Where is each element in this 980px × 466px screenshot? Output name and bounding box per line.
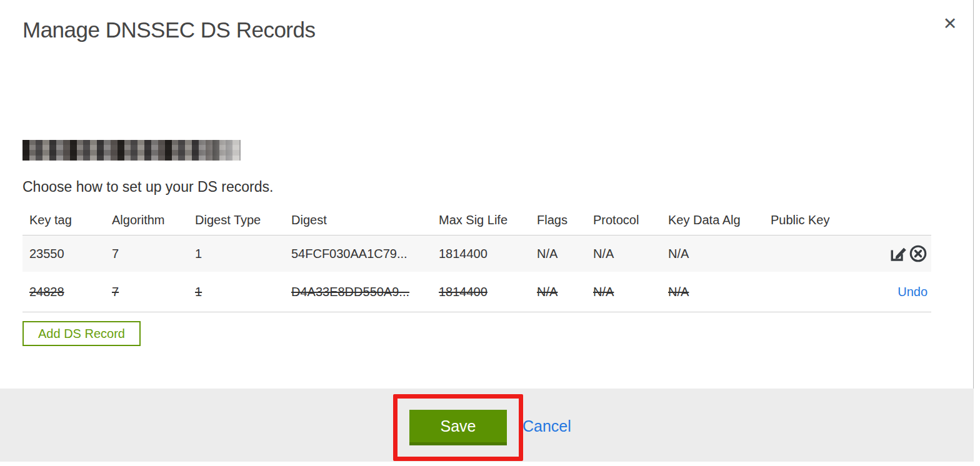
cell-digest: 54FCF030AA1C79... — [291, 247, 408, 260]
cell-key-tag: 23550 — [29, 247, 64, 260]
instruction-text: Choose how to set up your DS records. — [22, 179, 273, 196]
edit-icon[interactable] — [888, 244, 908, 264]
col-header-flags: Flags — [530, 213, 586, 227]
cell-protocol: N/A — [593, 247, 614, 260]
table-header-row: Key tag Algorithm Digest Type Digest Max… — [22, 205, 931, 235]
add-ds-record-label: Add DS Record — [38, 327, 125, 341]
col-header-digest-type: Digest Type — [188, 213, 284, 227]
cell-digest-type: 1 — [195, 285, 202, 299]
cell-algorithm: 7 — [112, 247, 119, 260]
table-row-deleted: 24828 7 1 D4A33E8DD550A9... 1814400 N/A … — [22, 272, 931, 312]
cell-protocol: N/A — [593, 285, 614, 299]
col-header-key-tag: Key tag — [22, 213, 105, 227]
cell-key-tag: 24828 — [29, 285, 64, 299]
dnssec-modal-screen: Manage DNSSEC DS Records ✕ Choose how to… — [0, 0, 980, 466]
redacted-domain-name — [22, 140, 241, 161]
delete-icon[interactable] — [908, 244, 928, 264]
cell-key-data-alg: N/A — [668, 285, 689, 299]
close-icon[interactable]: ✕ — [939, 12, 961, 35]
cell-digest: D4A33E8DD550A9... — [291, 285, 409, 299]
undo-link[interactable]: Undo — [898, 285, 928, 299]
cell-flags: N/A — [537, 247, 558, 260]
ds-records-table: Key tag Algorithm Digest Type Digest Max… — [22, 205, 931, 312]
col-header-max-sig-life: Max Sig Life — [432, 213, 530, 227]
cancel-link[interactable]: Cancel — [522, 417, 571, 435]
row-actions: Undo — [881, 285, 931, 299]
save-button[interactable]: Save — [409, 410, 507, 445]
modal-window: Manage DNSSEC DS Records ✕ Choose how to… — [0, 0, 974, 462]
add-ds-record-button[interactable]: Add DS Record — [22, 321, 141, 346]
cell-flags: N/A — [537, 285, 558, 299]
col-header-protocol: Protocol — [586, 213, 661, 227]
col-header-algorithm: Algorithm — [105, 213, 188, 227]
cell-digest-type: 1 — [195, 247, 202, 260]
col-header-digest: Digest — [284, 213, 432, 227]
page-title: Manage DNSSEC DS Records — [22, 17, 315, 42]
cell-max-sig-life: 1814400 — [439, 247, 488, 260]
col-header-key-data-alg: Key Data Alg — [661, 213, 764, 227]
cell-key-data-alg: N/A — [668, 247, 689, 260]
row-actions — [881, 244, 931, 264]
col-header-public-key: Public Key — [764, 213, 881, 227]
cell-algorithm: 7 — [112, 285, 119, 299]
cell-max-sig-life: 1814400 — [439, 285, 488, 299]
table-row: 23550 7 1 54FCF030AA1C79... 1814400 N/A … — [22, 235, 931, 272]
